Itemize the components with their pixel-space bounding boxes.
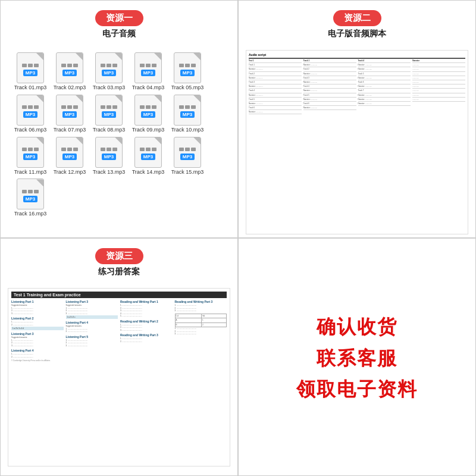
mp3-filename: Track 15.mp3 xyxy=(171,169,204,176)
wb-columns: Listening Part 1 Suggested answers: 1. .… xyxy=(11,300,227,358)
mp3-file-item: MP3 Track 05.mp3 xyxy=(170,52,205,91)
mp3-icon: MP3 xyxy=(95,52,123,83)
mp3-icon: MP3 xyxy=(17,95,44,126)
mp3-icon: MP3 xyxy=(174,95,201,126)
mp3-badge: MP3 xyxy=(102,154,116,160)
mp3-file-item: MP3 Track 02.mp3 xyxy=(52,52,87,91)
mp3-badge: MP3 xyxy=(141,154,155,160)
mp3-badge: MP3 xyxy=(62,111,77,118)
mp3-badge: MP3 xyxy=(62,154,77,160)
workbook-preview: Test 1 Training and Exam practice Listen… xyxy=(8,288,230,466)
mp3-file-item: MP3 Track 11.mp3 xyxy=(12,137,48,176)
mp3-file-item: MP3 Track 08.mp3 xyxy=(91,95,127,133)
mp3-filename: Track 09.mp3 xyxy=(132,127,165,133)
cell3-title: 练习册答案 xyxy=(98,267,140,277)
mp3-badge: MP3 xyxy=(141,111,155,118)
mp3-icon: MP3 xyxy=(95,137,123,168)
mp3-file-item: MP3 Track 16.mp3 xyxy=(12,178,48,217)
mp3-badge: MP3 xyxy=(102,111,116,118)
cell-audio-script: 资源二 电子版音频脚本 Audio script Test 1 Track 1 … xyxy=(238,0,476,238)
cell3-header: 资源三 练习册答案 xyxy=(8,248,230,283)
cta-line-3: 领取电子资料 xyxy=(296,378,418,400)
mp3-filename: Track 05.mp3 xyxy=(171,84,204,91)
mp3-file-item: MP3 Track 07.mp3 xyxy=(52,95,87,133)
mp3-file-item: MP3 Track 06.mp3 xyxy=(12,95,48,133)
mp3-file-item: MP3 Track 01.mp3 xyxy=(12,52,48,91)
mp3-badge: MP3 xyxy=(23,70,37,76)
mp3-file-grid: MP3 Track 01.mp3 MP3 Track 02.mp3 xyxy=(8,50,230,220)
mp3-filename: Track 07.mp3 xyxy=(54,127,86,133)
mp3-icon: MP3 xyxy=(174,52,201,83)
mp3-icon: MP3 xyxy=(134,95,162,126)
mp3-filename: Track 14.mp3 xyxy=(132,169,165,176)
mp3-filename: Track 02.mp3 xyxy=(54,84,86,91)
mp3-file-item: MP3 Track 12.mp3 xyxy=(52,137,87,176)
mp3-filename: Track 11.mp3 xyxy=(14,169,47,176)
mp3-badge: MP3 xyxy=(180,111,195,118)
mp3-icon: MP3 xyxy=(134,137,162,168)
badge-1: 资源一 xyxy=(95,10,143,26)
mp3-icon: MP3 xyxy=(134,52,162,83)
wb-footer: © Cambridge University Press and/or its … xyxy=(11,359,227,362)
mp3-filename: Track 04.mp3 xyxy=(132,84,165,91)
mp3-icon: MP3 xyxy=(56,52,83,83)
cta-line-2: 联系客服 xyxy=(317,347,397,369)
main-grid: 资源一 电子音频 MP3 Track 01.mp3 xyxy=(0,0,476,476)
mp3-file-item: MP3 Track 03.mp3 xyxy=(91,52,127,91)
audio-script-preview: Audio script Test 1 Track 1 Narrator: ..… xyxy=(246,50,468,234)
mp3-file-item: MP3 Track 13.mp3 xyxy=(91,137,127,176)
mp3-filename: Track 10.mp3 xyxy=(171,127,204,133)
cell-workbook: 资源三 练习册答案 Test 1 Training and Exam pract… xyxy=(0,238,238,476)
cell-mp3: 资源一 电子音频 MP3 Track 01.mp3 xyxy=(0,0,238,238)
mp3-icon: MP3 xyxy=(17,137,44,168)
mp3-file-item: MP3 Track 09.mp3 xyxy=(130,95,166,133)
mp3-filename: Track 01.mp3 xyxy=(14,84,47,91)
mp3-file-item: MP3 Track 04.mp3 xyxy=(130,52,166,91)
doc-columns: Test 1 Track 1 Narrator: ............. T… xyxy=(249,60,465,115)
mp3-badge: MP3 xyxy=(180,154,195,160)
mp3-filename: Track 08.mp3 xyxy=(93,127,126,133)
mp3-filename: Track 06.mp3 xyxy=(14,127,47,133)
mp3-badge: MP3 xyxy=(62,70,77,76)
mp3-badge: MP3 xyxy=(23,196,37,202)
cell2-header: 资源二 电子版音频脚本 xyxy=(246,10,468,45)
mp3-filename: Track 13.mp3 xyxy=(93,169,126,176)
mp3-badge: MP3 xyxy=(23,154,37,160)
mp3-badge: MP3 xyxy=(102,70,116,76)
mp3-icon: MP3 xyxy=(56,95,83,126)
wb-title: Test 1 Training and Exam practice xyxy=(11,292,227,298)
mp3-filename: Track 12.mp3 xyxy=(54,169,86,176)
cell1-title: 电子音频 xyxy=(102,29,136,39)
mp3-icon: MP3 xyxy=(95,95,123,126)
mp3-icon: MP3 xyxy=(174,137,201,168)
cell2-title: 电子版音频脚本 xyxy=(328,29,386,39)
cell-cta: 确认收货 联系客服 领取电子资料 xyxy=(238,238,476,476)
cta-line-1: 确认收货 xyxy=(317,315,397,338)
mp3-icon: MP3 xyxy=(17,178,44,209)
mp3-badge: MP3 xyxy=(141,70,155,76)
mp3-badge: MP3 xyxy=(23,111,37,118)
cell1-header: 资源一 电子音频 xyxy=(8,10,230,45)
mp3-icon: MP3 xyxy=(56,137,83,168)
mp3-filename: Track 03.mp3 xyxy=(93,84,126,91)
doc-title: Audio script xyxy=(249,53,465,57)
mp3-file-item: MP3 Track 14.mp3 xyxy=(130,137,166,176)
mp3-file-item: MP3 Track 10.mp3 xyxy=(170,95,205,133)
mp3-filename: Track 16.mp3 xyxy=(14,211,47,217)
mp3-file-item: MP3 Track 15.mp3 xyxy=(170,137,205,176)
mp3-badge: MP3 xyxy=(180,70,195,76)
mp3-icon: MP3 xyxy=(17,52,44,83)
badge-3: 资源三 xyxy=(95,248,143,264)
badge-2: 资源二 xyxy=(333,10,381,26)
